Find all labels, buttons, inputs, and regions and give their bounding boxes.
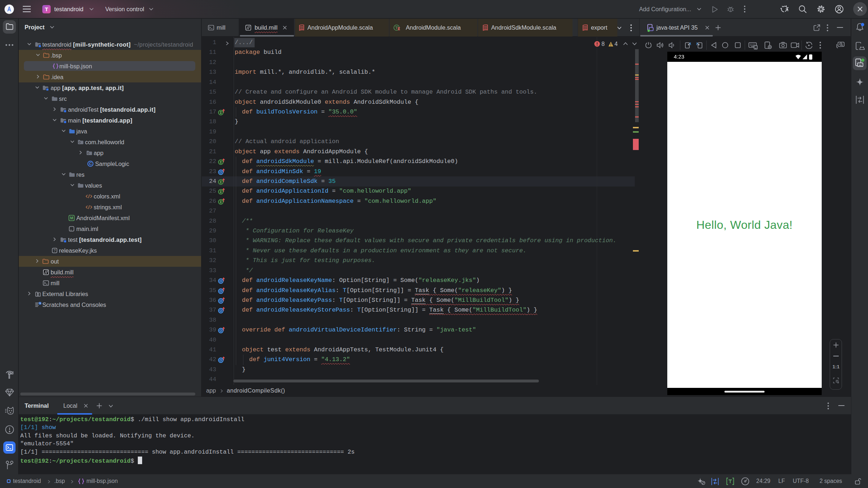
svg-text:C: C [89,162,92,166]
svg-text:4: 4 [614,41,618,47]
svg-text:?: ? [54,248,56,253]
svg-text:M: M [70,216,73,220]
svg-text:8: 8 [601,41,605,47]
